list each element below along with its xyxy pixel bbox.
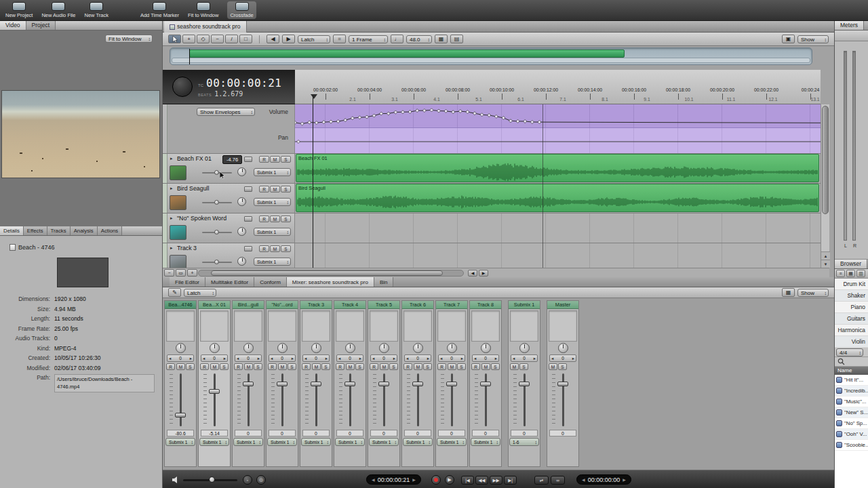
fader-handle[interactable] (243, 382, 254, 386)
effect-slots[interactable] (549, 310, 577, 342)
stepper-right-arrow-icon[interactable]: ▸ (292, 356, 294, 361)
jog-wheel[interactable] (172, 77, 193, 97)
envelope-icon[interactable] (244, 246, 252, 251)
solo-button[interactable]: S (220, 363, 229, 370)
scroll-down-arrow[interactable]: ▼ (821, 260, 830, 268)
output-dropdown[interactable]: 1-6 (509, 438, 539, 446)
pan-value-stepper[interactable]: ◂0▸ (370, 354, 397, 362)
slider-thumb[interactable] (214, 230, 219, 235)
record-arm-button[interactable]: R (437, 363, 446, 370)
fader-handle[interactable] (480, 382, 491, 386)
track-header[interactable]: ▸Beach FX 01RMSSubmix 1-4.76 (163, 154, 295, 184)
details-tab-details[interactable]: Details (0, 226, 24, 235)
channel-fader[interactable] (336, 371, 364, 428)
disclosure-triangle-icon[interactable]: ▸ (170, 156, 173, 161)
mute-button[interactable]: M (510, 363, 519, 370)
audio-clip[interactable]: Beach FX 01 (296, 154, 819, 182)
search-icon[interactable] (837, 358, 845, 365)
zoom-in-button[interactable]: + (187, 269, 197, 277)
output-dropdown[interactable]: Submix 1 (267, 438, 297, 446)
record-arm-button[interactable]: R (259, 245, 269, 252)
lower-pane-tab-mixer-seashore-soundtrack-pro[interactable]: Mixer: seashore soundtrack pro (287, 277, 374, 287)
solo-button[interactable]: S (288, 363, 296, 370)
effect-slots[interactable] (370, 310, 398, 342)
output-dropdown[interactable]: Submix 1 (403, 438, 433, 446)
pan-value-stepper[interactable]: ◂0▸ (235, 354, 262, 362)
record-arm-button[interactable]: R (200, 363, 209, 370)
pan-knob[interactable] (447, 343, 457, 353)
master-envelope-lane[interactable] (295, 104, 821, 154)
timecode-right-arrow-icon[interactable]: ▶ (412, 477, 416, 482)
stepper-left-arrow-icon[interactable]: ◂ (169, 356, 171, 361)
fader-handle[interactable] (277, 382, 288, 386)
pan-value-stepper[interactable]: ◂0▸ (269, 354, 296, 362)
effect-slots[interactable] (234, 310, 262, 342)
file-row-scoobie[interactable]: "Scoobie... (835, 440, 868, 451)
record-arm-button[interactable]: R (234, 363, 243, 370)
solo-button[interactable]: S (281, 156, 291, 163)
solo-button[interactable]: S (558, 363, 567, 370)
vertical-scrollbar[interactable]: ▲ ▼ (821, 104, 829, 268)
media-tab-browser[interactable]: Browser (835, 260, 867, 268)
pan-knob[interactable] (243, 343, 254, 353)
lower-pane-tab-conform[interactable]: Conform (254, 277, 287, 287)
fader-handle[interactable] (209, 389, 220, 394)
show-dropdown[interactable]: Show (797, 35, 829, 43)
instrument-row-drum-kit[interactable]: Drum Kit (835, 279, 868, 290)
track-volume-slider[interactable] (202, 229, 232, 236)
zoom-out-button[interactable]: − (164, 269, 174, 277)
fader-handle[interactable] (557, 382, 568, 386)
instrument-row-guitars[interactable]: Guitars (835, 313, 868, 325)
mute-button[interactable]: M (414, 363, 422, 370)
channel-fader[interactable] (302, 371, 330, 428)
horizontal-scroll-thumb[interactable] (211, 270, 443, 276)
step-forward-button[interactable]: ▶ (282, 35, 295, 43)
scroll-right-arrow[interactable]: ▶ (479, 270, 488, 277)
mute-button[interactable]: M (270, 156, 280, 163)
fader-handle[interactable] (311, 382, 321, 386)
pan-value-stepper[interactable]: ◂0▸ (167, 354, 194, 362)
selection-left-arrow-icon[interactable]: ◀ (582, 477, 585, 482)
tool-button-5[interactable]: / (225, 35, 238, 43)
pan-knob[interactable] (345, 343, 355, 353)
tool-button-6[interactable]: □ (239, 35, 252, 43)
mute-button[interactable]: M (346, 363, 355, 370)
pan-value-stepper[interactable]: ◂0▸ (302, 354, 330, 362)
effect-slots[interactable] (166, 310, 195, 342)
record-arm-button[interactable]: R (336, 363, 344, 370)
envelope-icon[interactable] (244, 216, 252, 222)
list-view-icon[interactable]: ≡ (836, 270, 845, 277)
stepper-left-arrow-icon[interactable]: ◂ (551, 356, 553, 361)
metronome-icon[interactable]: ♩ (391, 35, 403, 43)
record-arm-button[interactable]: R (370, 363, 378, 370)
tool-button-1[interactable] (168, 35, 181, 43)
submix-dropdown[interactable]: Submix 1 (254, 228, 291, 236)
track-pan-knob[interactable] (237, 167, 246, 176)
toolbar-button-add-time-marker[interactable]: Add Time Marker (140, 2, 179, 18)
stepper-right-arrow-icon[interactable]: ▸ (190, 356, 192, 361)
layout-icon[interactable]: ▣ (782, 35, 795, 43)
grid-view-icon[interactable]: ▦ (435, 35, 448, 43)
tool-button-2[interactable]: + (182, 35, 195, 43)
fader-handle[interactable] (344, 382, 355, 386)
channel-fader[interactable] (510, 371, 538, 428)
tempo-dropdown[interactable]: 48.0 (406, 35, 432, 43)
stepper-right-arrow-icon[interactable]: ▸ (572, 356, 574, 361)
stepper-left-arrow-icon[interactable]: ◂ (271, 356, 273, 361)
solo-button[interactable]: S (355, 363, 364, 370)
mute-monitor-button[interactable]: ◦ (243, 475, 252, 485)
instrument-row-violin[interactable]: Violin (835, 336, 868, 348)
solo-button[interactable]: S (254, 363, 262, 370)
track-volume-slider[interactable] (202, 199, 232, 206)
mixer-channel-track-5[interactable]: Track 5◂0▸RMS0Submix 1 (368, 300, 400, 467)
solo-button[interactable]: S (457, 363, 466, 370)
pan-value-stepper[interactable]: ◂0▸ (549, 354, 576, 362)
solo-button[interactable]: S (186, 363, 195, 370)
mixer-channel-submix-1[interactable]: Submix 1◂0▸MS01-6 (508, 300, 540, 467)
channel-fader[interactable] (166, 371, 195, 428)
effect-slots[interactable] (200, 310, 229, 342)
record-arm-button[interactable]: R (268, 363, 277, 370)
record-arm-button[interactable]: R (471, 363, 480, 370)
stepper-right-arrow-icon[interactable]: ▸ (224, 356, 226, 361)
track-volume-slider[interactable] (202, 259, 232, 266)
